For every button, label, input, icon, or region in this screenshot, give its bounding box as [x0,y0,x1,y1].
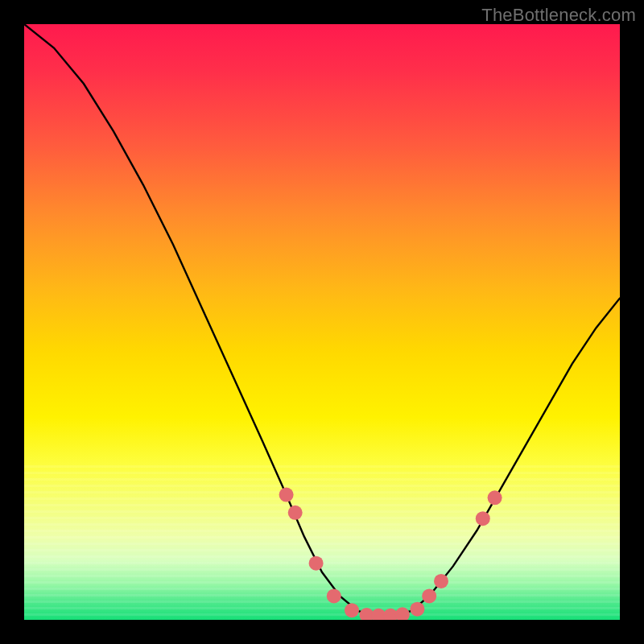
bottleneck-curve [24,24,620,616]
highlight-dot [410,602,424,617]
highlight-dot [422,588,436,603]
highlight-dot [288,506,303,520]
chart-frame: TheBottleneck.com [0,0,644,644]
highlight-dot [327,588,341,603]
highlight-dot [279,488,294,502]
plot-area [24,24,620,620]
highlight-dot [434,574,448,588]
highlight-dot [395,607,410,620]
highlight-dot [345,603,359,617]
watermark-text: TheBottleneck.com [481,5,636,26]
highlight-dot [488,490,502,505]
highlight-dot [309,556,324,571]
highlight-dot [476,511,490,526]
chart-svg [24,24,620,620]
